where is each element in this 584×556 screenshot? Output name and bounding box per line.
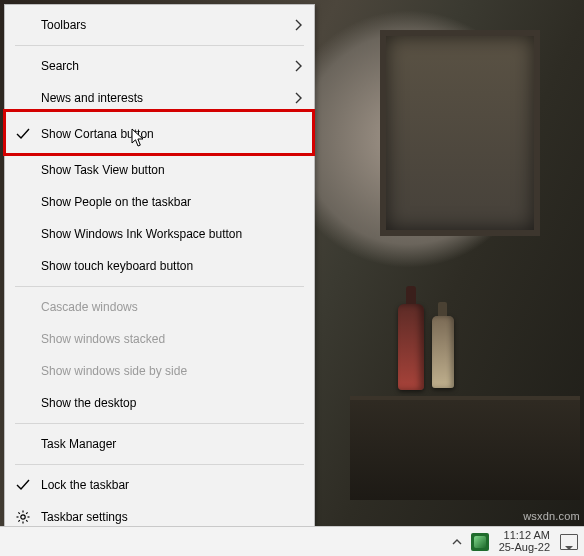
menu-item-label: Show windows stacked bbox=[41, 332, 165, 346]
menu-item-label: Show the desktop bbox=[41, 396, 136, 410]
menu-item-lock-taskbar[interactable]: Lock the taskbar bbox=[5, 469, 314, 501]
clock-date: 25-Aug-22 bbox=[499, 542, 550, 554]
chevron-right-icon bbox=[295, 19, 302, 31]
menu-item-label: Show People on the taskbar bbox=[41, 195, 191, 209]
menu-separator bbox=[15, 45, 304, 46]
wall-frame-decor bbox=[380, 30, 540, 236]
menu-item-label: Toolbars bbox=[41, 18, 86, 32]
menu-item-label: Show touch keyboard button bbox=[41, 259, 193, 273]
svg-line-8 bbox=[18, 520, 19, 521]
svg-line-5 bbox=[18, 512, 19, 513]
menu-item-show-people[interactable]: Show People on the taskbar bbox=[5, 186, 314, 218]
menu-item-label: Show Task View button bbox=[41, 163, 165, 177]
action-center-icon[interactable] bbox=[560, 533, 578, 551]
menu-item-show-ink-workspace[interactable]: Show Windows Ink Workspace button bbox=[5, 218, 314, 250]
desk-bottle-decor bbox=[432, 316, 454, 388]
menu-item-cascade-windows: Cascade windows bbox=[5, 291, 314, 323]
menu-item-stacked-windows: Show windows stacked bbox=[5, 323, 314, 355]
chevron-right-icon bbox=[295, 60, 302, 72]
menu-item-show-task-view[interactable]: Show Task View button bbox=[5, 154, 314, 186]
svg-point-0 bbox=[21, 515, 25, 519]
svg-line-6 bbox=[26, 520, 27, 521]
menu-item-label: Task Manager bbox=[41, 437, 116, 451]
taskbar-clock[interactable]: 11:12 AM 25-Aug-22 bbox=[497, 530, 552, 553]
menu-item-search[interactable]: Search bbox=[5, 50, 314, 82]
menu-item-label: Cascade windows bbox=[41, 300, 138, 314]
menu-separator bbox=[15, 464, 304, 465]
menu-separator bbox=[15, 286, 304, 287]
menu-item-task-manager[interactable]: Task Manager bbox=[5, 428, 314, 460]
taskbar[interactable]: 11:12 AM 25-Aug-22 bbox=[0, 526, 584, 556]
menu-item-label: Taskbar settings bbox=[41, 510, 128, 524]
menu-item-label: News and interests bbox=[41, 91, 143, 105]
clock-time: 11:12 AM bbox=[504, 530, 550, 542]
tray-overflow-icon[interactable] bbox=[451, 536, 463, 548]
menu-item-label: Search bbox=[41, 59, 79, 73]
menu-item-toolbars[interactable]: Toolbars bbox=[5, 9, 314, 41]
desk-bottle-decor bbox=[398, 304, 424, 390]
menu-item-label: Show Cortana button bbox=[41, 127, 154, 141]
watermark-text: wsxdn.com bbox=[523, 510, 580, 522]
tray-app-icon[interactable] bbox=[471, 533, 489, 551]
menu-item-label: Show windows side by side bbox=[41, 364, 187, 378]
desktop-wallpaper: wsxdn.com Toolbars Search News and inter… bbox=[0, 0, 584, 556]
menu-item-side-by-side: Show windows side by side bbox=[5, 355, 314, 387]
system-tray: 11:12 AM 25-Aug-22 bbox=[451, 527, 584, 556]
svg-line-7 bbox=[26, 512, 27, 513]
checkmark-icon bbox=[15, 126, 31, 142]
menu-item-show-desktop[interactable]: Show the desktop bbox=[5, 387, 314, 419]
menu-item-label: Show Windows Ink Workspace button bbox=[41, 227, 242, 241]
menu-item-show-touch-keyboard[interactable]: Show touch keyboard button bbox=[5, 250, 314, 282]
taskbar-context-menu: Toolbars Search News and interests Show … bbox=[4, 4, 315, 538]
checkmark-icon bbox=[15, 477, 31, 493]
menu-separator bbox=[15, 423, 304, 424]
menu-item-label: Lock the taskbar bbox=[41, 478, 129, 492]
desk-shelf-decor bbox=[350, 396, 580, 500]
menu-item-show-cortana[interactable]: Show Cortana button bbox=[5, 114, 314, 154]
menu-item-news-interests[interactable]: News and interests bbox=[5, 82, 314, 114]
chevron-right-icon bbox=[295, 92, 302, 104]
gear-icon bbox=[15, 509, 31, 525]
